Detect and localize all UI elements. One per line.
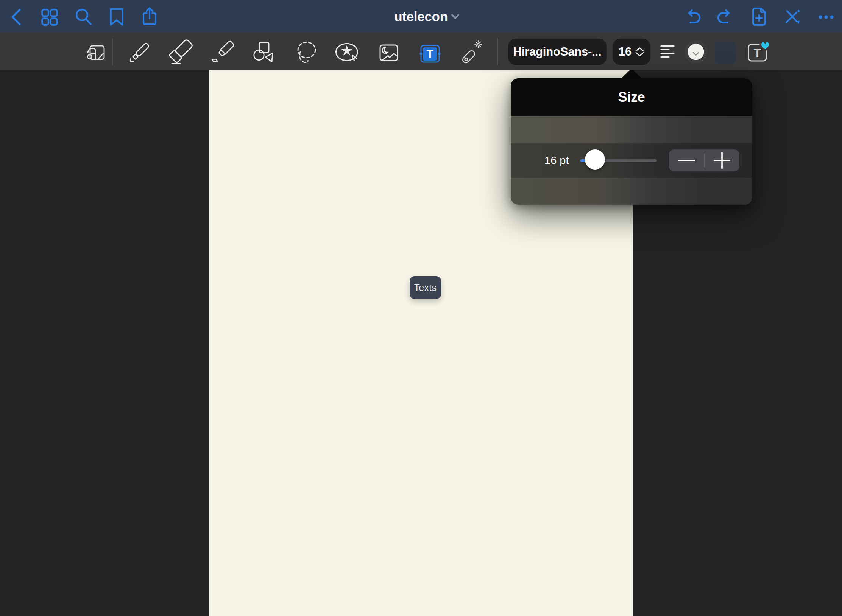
add-page-button[interactable] — [748, 5, 770, 28]
laser-pointer-icon — [462, 39, 484, 64]
pen-icon — [128, 40, 150, 64]
app-screen: utelecon — [0, 0, 842, 616]
shapes-tool[interactable] — [251, 40, 276, 64]
size-stepper — [669, 149, 739, 171]
popover-title-bar: Size — [511, 78, 752, 116]
lasso-icon — [294, 40, 318, 66]
pencil-x-icon — [784, 8, 801, 25]
ellipsis-icon — [818, 15, 834, 19]
size-increase-button[interactable] — [704, 149, 739, 171]
bookmark-button[interactable] — [105, 6, 128, 28]
sparkle-shape — [475, 41, 482, 48]
add-page-icon — [751, 7, 767, 26]
plus-icon — [714, 152, 730, 169]
undo-button[interactable] — [681, 6, 704, 28]
dimmed-selection-highlight — [714, 42, 736, 64]
text-object[interactable]: Texts — [410, 276, 441, 299]
text-align-button[interactable] — [655, 39, 680, 64]
page-a-icon — [86, 43, 108, 62]
font-button[interactable]: HiraginoSans-... — [508, 39, 607, 65]
back-chevron-icon — [10, 8, 22, 26]
font-size-stepper-button[interactable]: 16 — [613, 39, 650, 65]
font-size-value: 16 — [619, 45, 632, 59]
tool-bar: T HiraginoSans-... 16 — [0, 32, 842, 70]
minus-icon — [678, 152, 695, 169]
shapes-icon — [253, 41, 274, 62]
image-icon — [379, 43, 399, 62]
size-decrease-button[interactable] — [669, 149, 704, 171]
popover-title: Size — [618, 89, 645, 105]
eraser-icon — [169, 39, 193, 65]
redo-button[interactable] — [714, 6, 737, 28]
image-tool[interactable] — [377, 40, 401, 64]
editing-mode-button[interactable] — [85, 40, 109, 64]
text-color-button[interactable] — [684, 40, 708, 64]
bookmark-icon — [109, 8, 124, 26]
star-shape — [341, 45, 352, 56]
moon-shape — [382, 47, 388, 53]
toolbar-divider — [112, 38, 113, 65]
align-left-icon — [660, 45, 675, 58]
text-object-label: Texts — [414, 282, 437, 293]
share-button[interactable] — [138, 5, 161, 28]
search-icon — [75, 8, 92, 26]
popover-bottom-shade — [511, 178, 752, 205]
undo-icon — [684, 9, 701, 25]
text-style-favorite-icon: T — [744, 38, 773, 64]
thumbnails-button[interactable] — [38, 6, 61, 28]
redo-icon — [717, 9, 734, 25]
top-navigation-bar: utelecon — [0, 0, 842, 32]
document-title: utelecon — [364, 9, 478, 24]
color-swatch-icon — [684, 40, 708, 64]
size-value-label: 16 pt — [544, 143, 569, 178]
popover-arrow — [621, 69, 642, 79]
chevron-down-icon — [451, 14, 459, 19]
text-tool-letter: T — [427, 48, 433, 60]
text-tool-icon: T — [419, 41, 441, 63]
toolbar-divider — [497, 38, 498, 65]
stylus-toggle-button[interactable] — [781, 5, 804, 28]
pen-tool[interactable] — [127, 40, 151, 64]
share-icon — [142, 7, 157, 26]
text-style-letter: T — [754, 46, 761, 60]
text-style-button[interactable]: T — [744, 38, 773, 64]
grid-view-icon — [41, 9, 58, 26]
mountain-shape — [382, 54, 396, 60]
document-title-button[interactable]: utelecon — [364, 0, 478, 32]
back-button[interactable] — [5, 6, 27, 28]
stepper-chevrons-icon — [635, 47, 644, 56]
more-button[interactable] — [815, 6, 837, 28]
size-slider-knob[interactable] — [585, 149, 605, 170]
eraser-tool[interactable] — [169, 39, 193, 65]
font-name-label: HiraginoSans-... — [513, 45, 602, 59]
highlighter-icon — [210, 41, 234, 64]
sticker-icon — [335, 42, 359, 61]
text-tool-selected[interactable]: T — [418, 40, 442, 64]
highlighter-tool[interactable] — [210, 40, 234, 64]
heart-icon — [761, 42, 770, 51]
size-popover: Size 16 pt — [511, 78, 752, 205]
stickers-tool[interactable] — [335, 39, 359, 64]
lasso-tool[interactable] — [294, 40, 318, 66]
laser-pointer-tool[interactable] — [461, 39, 485, 64]
search-button[interactable] — [72, 6, 95, 28]
